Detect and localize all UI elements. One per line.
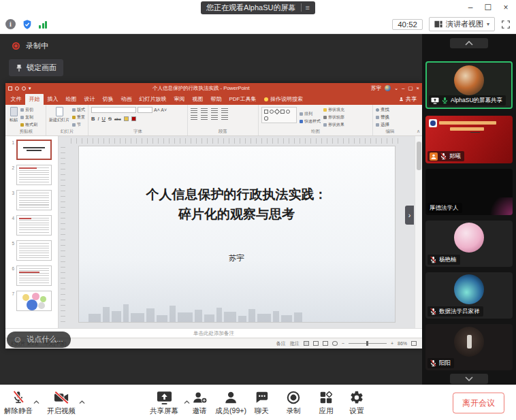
ribbon-collapse-icon[interactable]: ∧ xyxy=(417,129,420,134)
participant-tile-houde[interactable]: 厚德法学人 xyxy=(425,169,513,215)
font-size-box[interactable] xyxy=(138,107,152,113)
members-button[interactable]: 成员(99+) xyxy=(215,389,246,416)
close-button[interactable]: × xyxy=(497,0,515,15)
participant-tile-alphasu[interactable]: AlphaSU的屏幕共享 xyxy=(425,61,513,109)
slide-thumbnail-2[interactable] xyxy=(16,165,52,185)
copy-button[interactable]: 复制 xyxy=(20,114,37,120)
thumbnail-row[interactable]: 3 xyxy=(5,190,58,210)
ppt-scrollbar[interactable] xyxy=(415,136,422,328)
reading-view-icon[interactable] xyxy=(323,341,328,346)
share-screen-button[interactable]: 共享屏幕 xyxy=(150,389,178,416)
ppt-tab-insert[interactable]: 插入 xyxy=(44,94,62,105)
ppt-tab-view[interactable]: 视图 xyxy=(189,94,207,105)
underline-button[interactable]: U xyxy=(102,116,106,122)
ppt-restore-icon[interactable]: ▢ xyxy=(408,85,413,91)
shape-fill-button[interactable]: 形状填充 xyxy=(323,107,344,113)
fit-slide-icon[interactable] xyxy=(411,341,417,346)
thumbnail-row[interactable]: 6 xyxy=(5,265,58,286)
lock-screen-button[interactable]: 锁定画面 xyxy=(9,59,63,76)
zoom-in-icon[interactable]: + xyxy=(391,341,393,346)
slide-thumbnail-1[interactable] xyxy=(16,140,52,160)
scroll-down-button[interactable] xyxy=(450,374,488,384)
unmute-button[interactable]: 解除静音 xyxy=(4,389,33,416)
shape-outline-button[interactable]: 形状轮廓 xyxy=(323,114,344,120)
slide-thumbnail-5[interactable] xyxy=(16,240,52,261)
meeting-info-icon[interactable]: i xyxy=(5,19,16,29)
bullets-button[interactable] xyxy=(191,108,197,114)
paste-button[interactable]: 粘贴 xyxy=(10,107,18,128)
quick-access-toolbar[interactable]: ▾ xyxy=(8,86,31,91)
quick-styles-button[interactable]: 快速样式 xyxy=(300,118,321,125)
slide-sorter-view-icon[interactable] xyxy=(313,341,319,346)
network-signal-icon[interactable] xyxy=(39,20,47,29)
bold-button[interactable]: B xyxy=(91,116,95,122)
select-button[interactable]: 选择 xyxy=(376,122,404,128)
reset-button[interactable]: 重置 xyxy=(72,114,85,120)
ppt-account-avatar[interactable] xyxy=(385,85,391,91)
justify-button[interactable] xyxy=(221,115,228,120)
banner-menu-icon[interactable]: ≡ xyxy=(301,3,310,12)
thumbnail-row[interactable]: 1 xyxy=(5,140,58,160)
ppt-tab-animations[interactable]: 动画 xyxy=(117,94,135,105)
thumbnail-row[interactable]: 5 xyxy=(5,240,58,261)
new-slide-button[interactable]: 新建幻灯片 xyxy=(49,107,69,128)
indent-decrease-button[interactable] xyxy=(211,108,218,114)
font-name-box[interactable] xyxy=(91,107,136,113)
view-mode-button[interactable]: 演讲者视图 ▾ xyxy=(429,17,495,31)
ppt-tab-help[interactable]: 帮助 xyxy=(207,94,225,105)
slide-thumbnail-6[interactable] xyxy=(16,265,52,286)
slide-thumbnail-7[interactable] xyxy=(16,291,52,311)
slide-thumbnail-3[interactable] xyxy=(16,190,52,210)
participant-tile-lvjiaxiang[interactable]: 数据法学吕家祥 xyxy=(425,272,513,319)
ppt-account-name[interactable]: 苏宇 xyxy=(371,85,381,92)
highlight-color-button[interactable] xyxy=(124,116,129,121)
video-options-chevron[interactable] xyxy=(79,395,85,407)
strikethrough-button[interactable]: S xyxy=(108,116,112,122)
section-button[interactable]: 节 xyxy=(72,122,85,128)
layout-button[interactable]: 版式 xyxy=(72,107,85,113)
scroll-up-button[interactable] xyxy=(450,38,488,48)
ppt-close-icon[interactable]: × xyxy=(417,85,419,91)
ppt-tab-file[interactable]: 文件 xyxy=(7,94,25,105)
ppt-tab-design[interactable]: 设计 xyxy=(80,94,99,105)
settings-button[interactable]: 设置 xyxy=(349,389,364,416)
fullscreen-icon[interactable] xyxy=(501,20,511,29)
security-shield-icon[interactable] xyxy=(22,19,33,30)
leave-meeting-button[interactable]: 离开会议 xyxy=(453,392,504,413)
emoji-icon[interactable]: ☺ xyxy=(13,335,22,344)
ppt-share-button[interactable]: 共享 xyxy=(395,95,421,105)
minimize-button[interactable]: – xyxy=(462,0,479,15)
format-painter-button[interactable]: 格式刷 xyxy=(20,122,37,128)
normal-view-icon[interactable] xyxy=(304,341,309,346)
align-left-button[interactable] xyxy=(191,115,197,120)
slideshow-view-icon[interactable] xyxy=(332,341,338,346)
share-options-chevron[interactable] xyxy=(184,395,190,407)
notes-toggle[interactable]: 备注 xyxy=(276,340,286,347)
shape-effects-button[interactable]: 形状效果 xyxy=(323,122,344,128)
italic-button[interactable]: I xyxy=(97,116,99,122)
record-button[interactable]: 录制 xyxy=(286,389,301,416)
audio-options-chevron[interactable] xyxy=(33,395,39,407)
ppt-tab-review[interactable]: 审阅 xyxy=(170,94,189,105)
zoom-slider[interactable] xyxy=(349,343,387,344)
replace-button[interactable]: 替换 xyxy=(376,114,404,120)
ppt-tell-me-search[interactable]: 操作说明搜索 xyxy=(260,95,307,105)
watching-banner[interactable]: 您正在观看AlphaSU的屏幕 ≡ xyxy=(201,1,315,14)
ppt-minimize-icon[interactable]: – xyxy=(402,85,404,91)
apps-button[interactable]: 应用 xyxy=(319,389,334,416)
next-slide-arrow[interactable]: › xyxy=(405,206,414,225)
ppt-tab-slideshow[interactable]: 幻灯片放映 xyxy=(135,94,170,105)
invite-button[interactable]: 邀请 xyxy=(191,389,208,416)
thumbnail-row[interactable]: 7 xyxy=(5,291,58,311)
start-video-button[interactable]: 开启视频 xyxy=(47,389,76,416)
ppt-tab-transitions[interactable]: 切换 xyxy=(99,94,117,105)
numbering-button[interactable] xyxy=(201,108,208,114)
slide-canvas[interactable]: 个人信息保护的行政执法实践： 碎片化的观察与思考 苏宇 xyxy=(79,146,395,322)
comments-toggle[interactable]: 批注 xyxy=(290,340,300,347)
slide-editing-area[interactable]: 个人信息保护的行政执法实践： 碎片化的观察与思考 苏宇 › xyxy=(59,136,415,328)
align-right-button[interactable] xyxy=(211,115,218,120)
chat-button[interactable]: 聊天 xyxy=(254,389,269,416)
zoom-out-icon[interactable]: − xyxy=(342,341,344,346)
slide-thumbnail-panel[interactable]: 1 2 3 4 5 xyxy=(5,136,59,328)
ppt-tab-home[interactable]: 开始 xyxy=(25,94,44,105)
